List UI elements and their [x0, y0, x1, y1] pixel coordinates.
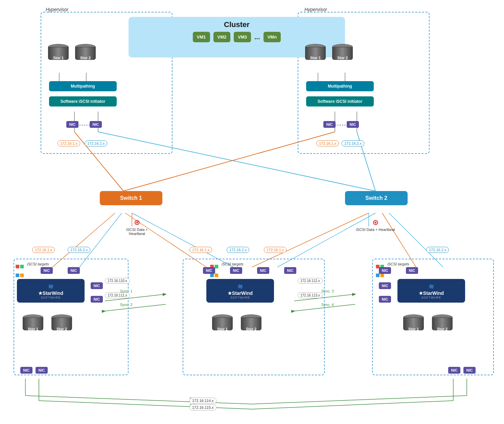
- svg-line-21: [39, 401, 252, 409]
- server3-nic4: NIC: [379, 296, 391, 303]
- server3-starwind-name: ★StarWind: [419, 290, 444, 296]
- server1-windows-icon: ■■ ■■: [15, 262, 24, 280]
- hyp2-stor2-label: Stor 2: [331, 56, 353, 60]
- server2-stor2-label: Stor 2: [240, 327, 262, 331]
- hyp2-stor1-label: Stor 1: [304, 56, 326, 60]
- ip-sw1-out3: 172.16.1.x: [189, 247, 212, 253]
- hyp2-stor2-group: Stor 2: [331, 44, 353, 60]
- switch1-box: Switch 1: [100, 191, 162, 205]
- server2-iscsi-targets: iSCSI targets: [222, 262, 244, 266]
- hyp2-multipathing: Multipathing: [306, 81, 374, 91]
- heartbeat2-label: iSCSI Data + Heartbeat: [355, 228, 396, 232]
- server2-stor-row: Stor 1 Stor 2: [211, 314, 262, 331]
- svg-line-17: [25, 396, 252, 404]
- ip-h2-nic1: 172.16.1.x: [316, 140, 339, 146]
- server3-stor2-label: Stor 2: [431, 327, 453, 331]
- sync-ip-114: 172.16.114.x: [189, 398, 216, 404]
- server2-stor1-label: Stor 1: [211, 327, 233, 331]
- vmn: VMn: [264, 32, 281, 42]
- hyp1-multipathing: Multipathing: [49, 81, 117, 91]
- server3-bot-nic2: NIC: [463, 367, 476, 374]
- heartbeat2-icon: ⊛: [355, 218, 396, 227]
- server3-nic3: NIC: [379, 282, 391, 289]
- sync2-label: Sync. 2: [120, 303, 133, 307]
- heartbeat1-group: ⊛ iSCSI Data + Heartbeat: [120, 218, 154, 236]
- server2-starwind-waves: ≋: [237, 282, 243, 290]
- heartbeat1-icon: ⊛: [120, 218, 154, 227]
- server2-nic1: NIC: [203, 267, 215, 274]
- sync1-label: Sync. 1: [120, 289, 133, 293]
- ip-sw1-out2: 172.16.2.x: [68, 247, 90, 253]
- server3-nic1: NIC: [379, 267, 391, 274]
- server1-stor2-label: Stor 2: [51, 327, 73, 331]
- hyp1-nic2: NIC: [90, 121, 102, 128]
- server1-starwind-waves: ≋: [48, 282, 54, 290]
- hypervisor1-label: Hypervisor: [46, 7, 68, 12]
- server3-bot-nic1: NIC: [448, 367, 460, 374]
- server3-iscsi-targets: iSCSI targets: [387, 262, 409, 266]
- server2-starwind: ≋ ★StarWind SOFTWARE: [206, 279, 274, 303]
- vm3: VM3: [234, 32, 251, 42]
- hyp1-stor2-group: Stor 2: [74, 44, 96, 60]
- server2-nic4: NIC: [284, 267, 296, 274]
- ip-h2-nic2: 172.16.2.x: [342, 140, 364, 146]
- server1-stor-row: Stor 1 Stor 2: [22, 314, 73, 331]
- sync3-label: Sync. 3: [321, 289, 334, 293]
- server2-starwind-name: ★StarWind: [228, 290, 253, 296]
- hyp1-iscsi-initiator: Software iSCSI initiator: [49, 96, 117, 107]
- hypervisor2-label: Hypervisor: [304, 7, 327, 12]
- sync-ip-110: 172.16.110.x: [105, 278, 130, 284]
- server1-bot-nic2: NIC: [36, 367, 48, 374]
- hyp2-nic2: NIC: [347, 121, 359, 128]
- hyp1-nic1: NIC: [66, 121, 78, 128]
- ip-h1-nic1: 172.16.1.x: [58, 140, 80, 146]
- vm1: VM1: [193, 32, 210, 42]
- server3-starwind: ≋ ★StarWind SOFTWARE: [397, 279, 465, 303]
- cluster-title: Cluster: [224, 20, 250, 29]
- hyp1-stor1-label: Stor 1: [47, 56, 69, 60]
- sync-ip-113: 172.16.113.x: [298, 292, 323, 298]
- server2-nic3: NIC: [257, 267, 269, 274]
- server1-starwind-sub: SOFTWARE: [41, 296, 61, 299]
- svg-line-22: [252, 401, 453, 409]
- server1-nic2: NIC: [68, 267, 80, 274]
- server3-stor-row: Stor 1 Stor 2: [403, 314, 453, 331]
- sync4-label: Sync. 4: [321, 303, 334, 307]
- server1-nic4: NIC: [91, 296, 103, 303]
- heartbeat1-label: iSCSI Data + Heartbeat: [120, 228, 154, 236]
- vm-dots: ...: [254, 33, 260, 41]
- server1-bot-nic1: NIC: [20, 367, 32, 374]
- server3-starwind-sub: SOFTWARE: [421, 296, 441, 299]
- server1-nic3: NIC: [91, 282, 103, 289]
- hyp2-nic1: NIC: [323, 121, 336, 128]
- main-diagram: Hypervisor Hypervisor Cluster VM1 VM2 VM…: [0, 0, 504, 424]
- sync-ip-115: 172.16.115.x: [189, 404, 216, 410]
- server1-nic1: NIC: [41, 267, 53, 274]
- vm2: VM2: [213, 32, 231, 42]
- vm-row: VM1 VM2 VM3 ... VMn: [193, 32, 281, 42]
- server3-stor1-label: Stor 1: [403, 327, 425, 331]
- server1-starwind-name: ★StarWind: [38, 290, 63, 296]
- hyp2-stor1-group: Stor 1: [304, 44, 326, 60]
- ip-sw1-out1: 172.16.1.x: [32, 247, 55, 253]
- hyp1-stor2-label: Stor 2: [74, 56, 96, 60]
- svg-line-18: [252, 396, 467, 404]
- ip-sw1-out4: 172.16.2.x: [227, 247, 249, 253]
- server3-starwind-waves: ≋: [429, 282, 434, 290]
- heartbeat2-group: ⊛ iSCSI Data + Heartbeat: [355, 218, 396, 232]
- server2-nic2: NIC: [230, 267, 242, 274]
- server3-nic2: NIC: [406, 267, 418, 274]
- hyp1-stor1-group: Stor 1: [47, 44, 69, 60]
- server1-starwind: ≋ ★StarWind SOFTWARE: [17, 279, 85, 303]
- ip-sw2-out1: 172.16.1.x: [264, 247, 287, 253]
- ip-sw2-out2: 172.16.2.x: [426, 247, 449, 253]
- server1-stor1-label: Stor 1: [22, 327, 44, 331]
- sync-ip-111: 172.16.111.x: [105, 292, 130, 298]
- ip-h1-nic2: 172.16.2.x: [85, 140, 107, 146]
- server2-starwind-sub: SOFTWARE: [230, 296, 250, 299]
- sync-ip-112: 172.16.112.x: [298, 278, 323, 284]
- hyp2-iscsi-initiator: Software iSCSI initiator: [306, 96, 374, 107]
- server1-iscsi-targets: iSCSI targets: [27, 262, 49, 266]
- switch2-box: Switch 2: [345, 191, 408, 205]
